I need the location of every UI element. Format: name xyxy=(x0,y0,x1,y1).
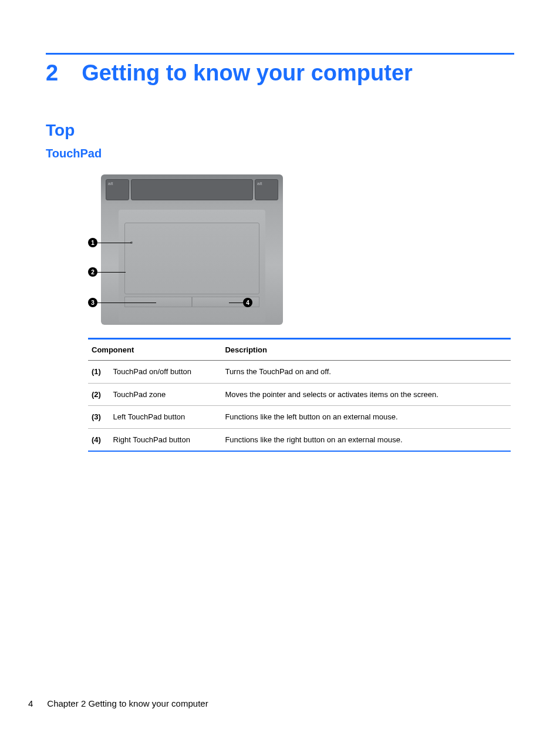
chapter-heading: 2 Getting to know your computer xyxy=(46,61,514,86)
table-row: (2) TouchPad zone Moves the pointer and … xyxy=(88,383,511,406)
table-row: (4) Right TouchPad button Functions like… xyxy=(88,428,511,451)
row-name: TouchPad on/off button xyxy=(110,361,222,384)
table-header-row: Component Description xyxy=(88,339,511,361)
row-desc: Moves the pointer and selects or activat… xyxy=(221,383,511,406)
callout-3-icon: 3 xyxy=(88,298,97,307)
row-id: (1) xyxy=(88,361,110,384)
callout-leader-1 xyxy=(97,243,131,243)
row-name: Right TouchPad button xyxy=(110,428,222,451)
touchpad-buttons-illustration xyxy=(124,297,259,307)
section-heading-top: Top xyxy=(46,121,514,140)
callout-leader-3 xyxy=(97,303,156,303)
row-name: TouchPad zone xyxy=(110,383,222,406)
header-description: Description xyxy=(221,339,511,361)
chapter-title: Getting to know your computer xyxy=(82,61,413,86)
page-footer: 4 Chapter 2 Getting to know your compute… xyxy=(28,698,208,708)
row-id: (4) xyxy=(88,428,110,451)
table-row: (3) Left TouchPad button Functions like … xyxy=(88,406,511,429)
page-number: 4 xyxy=(28,698,33,708)
header-component: Component xyxy=(88,339,221,361)
callout-1-icon: 1 xyxy=(88,238,97,247)
table-row: (1) TouchPad on/off button Turns the Tou… xyxy=(88,361,511,384)
touchpad-diagram: alt alt 1 2 3 4 xyxy=(88,174,514,327)
key-spacebar xyxy=(131,179,253,200)
row-name: Left TouchPad button xyxy=(110,406,222,429)
heading-rule xyxy=(46,53,514,55)
chapter-number: 2 xyxy=(46,61,58,86)
row-desc: Functions like the left button on an ext… xyxy=(221,406,511,429)
row-id: (3) xyxy=(88,406,110,429)
callout-4-icon: 4 xyxy=(243,298,252,307)
callout-leader-4 xyxy=(229,303,243,303)
row-id: (2) xyxy=(88,383,110,406)
keyboard-row-illustration: alt alt xyxy=(106,179,278,200)
components-table: Component Description (1) TouchPad on/of… xyxy=(88,338,511,452)
row-desc: Turns the TouchPad on and off. xyxy=(221,361,511,384)
touchpad-zone-illustration xyxy=(124,223,259,294)
callout-leader-2 xyxy=(97,272,126,273)
touchpad-left-button-illustration xyxy=(124,297,192,307)
callout-2-icon: 2 xyxy=(88,267,97,277)
key-alt-right: alt xyxy=(255,179,278,200)
key-alt-left: alt xyxy=(106,179,129,200)
footer-chapter-text: Chapter 2 Getting to know your computer xyxy=(47,698,208,708)
section-heading-touchpad: TouchPad xyxy=(46,147,514,160)
row-desc: Functions like the right button on an ex… xyxy=(221,428,511,451)
